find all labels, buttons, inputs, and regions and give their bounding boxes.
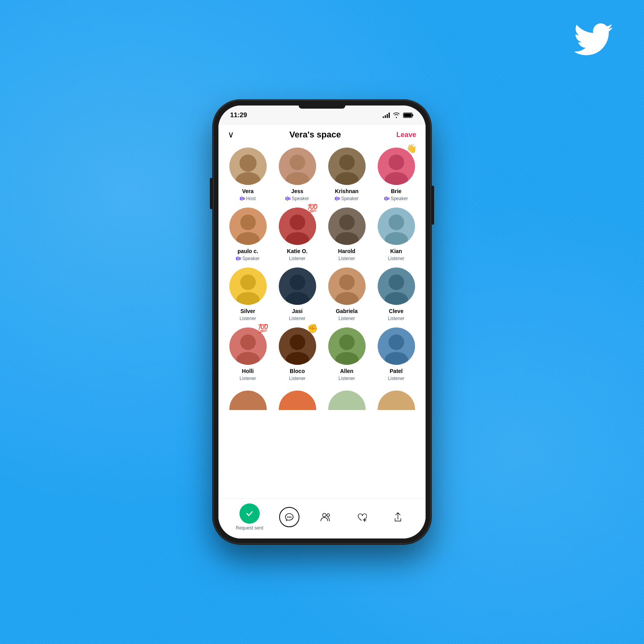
participant-harold[interactable]: Harold Listener	[324, 208, 370, 261]
heart-plus-action[interactable]	[352, 507, 372, 527]
katieo-role: Listener	[289, 256, 306, 261]
status-icons	[383, 113, 414, 118]
avatar-gabriela-wrapper	[328, 267, 366, 305]
participant-allen[interactable]: Allen Listener	[324, 327, 370, 381]
avatar-silver	[229, 267, 267, 305]
svg-point-28	[236, 352, 260, 365]
avatar-vera-wrapper	[229, 148, 267, 185]
krishnan-name: Krishnan	[335, 188, 359, 194]
people-action[interactable]	[315, 507, 336, 527]
brie-speaker-icon	[384, 196, 389, 201]
participant-silver[interactable]: Silver Listener	[225, 267, 271, 321]
avatar-bloco-wrapper: ✊	[279, 327, 316, 365]
svg-point-34	[385, 352, 408, 365]
participant-jess[interactable]: Jess Speaker	[274, 148, 320, 201]
svg-point-11	[240, 215, 256, 230]
silver-role: Listener	[239, 316, 256, 321]
partial-3	[324, 391, 370, 410]
svg-point-27	[240, 334, 256, 350]
avatar-patel	[378, 327, 415, 365]
kian-role: Listener	[388, 256, 405, 261]
cleve-name: Cleve	[389, 308, 403, 314]
jasi-name: Jasi	[292, 308, 303, 314]
spaces-header: ∨ Vera's space Leave	[218, 125, 426, 143]
participant-jasi[interactable]: Jasi Listener	[274, 267, 320, 321]
svg-point-7	[339, 155, 355, 170]
speaker-wave-icon	[240, 196, 245, 201]
people-button[interactable]	[315, 507, 336, 527]
svg-point-9	[389, 155, 404, 170]
holli-role: Listener	[239, 376, 256, 381]
avatar-silver-wrapper	[229, 267, 267, 305]
krishnan-role: Speaker	[335, 196, 359, 201]
vera-name: Vera	[242, 188, 254, 194]
svg-point-21	[290, 274, 305, 290]
avatar-patel-wrapper	[378, 327, 415, 365]
krishnan-speaker-icon	[335, 196, 340, 201]
svg-point-23	[339, 274, 355, 290]
wifi-icon	[393, 113, 400, 118]
participant-krishnan[interactable]: Krishnan Speaker	[324, 148, 370, 201]
participant-katieo[interactable]: 💯 Katie O. Listener	[274, 208, 320, 261]
jess-speaker-icon	[285, 196, 290, 201]
svg-point-29	[290, 334, 305, 350]
checkmark-icon	[245, 509, 254, 518]
svg-point-25	[389, 274, 404, 290]
avatar-kian	[378, 208, 415, 245]
participants-scroll[interactable]: Vera Host	[218, 143, 426, 498]
bottom-action-bar: Request sent	[218, 498, 426, 538]
signal-icon	[383, 113, 390, 118]
collapse-chevron[interactable]: ∨	[228, 130, 234, 140]
svg-point-31	[339, 334, 355, 350]
participant-bloco[interactable]: ✊ Bloco Listener	[274, 327, 320, 381]
participant-patel[interactable]: Patel Listener	[373, 327, 419, 381]
heart-plus-icon	[357, 512, 367, 522]
chat-action[interactable]	[279, 507, 299, 527]
participant-gabriela[interactable]: Gabriela Listener	[324, 267, 370, 321]
jess-name: Jess	[291, 188, 303, 194]
twitter-logo	[574, 23, 613, 55]
patel-name: Patel	[390, 368, 403, 374]
avatar-kian-wrapper	[378, 208, 415, 245]
app-content: ∨ Vera's space Leave Vera	[218, 125, 426, 538]
avatar-allen-wrapper	[328, 327, 366, 365]
share-action[interactable]	[388, 507, 408, 527]
paulo-name: paulo c.	[238, 248, 258, 254]
svg-point-8	[335, 172, 359, 185]
participant-brie[interactable]: 👋 Brie Speaker	[373, 148, 419, 201]
svg-point-39	[327, 514, 330, 517]
participant-paulo[interactable]: paulo c. Speaker	[225, 208, 271, 261]
participant-vera[interactable]: Vera Host	[225, 148, 271, 201]
cleve-role: Listener	[388, 316, 405, 321]
avatar-jess	[279, 148, 316, 185]
svg-point-19	[240, 274, 256, 290]
share-icon	[394, 512, 402, 522]
leave-button[interactable]: Leave	[396, 131, 416, 139]
svg-point-33	[389, 334, 404, 350]
holli-name: Holli	[242, 368, 253, 374]
request-sent-button[interactable]	[239, 503, 260, 524]
avatar-gabriela	[328, 267, 366, 305]
request-sent-action[interactable]: Request sent	[236, 503, 264, 531]
participant-cleve[interactable]: Cleve Listener	[373, 267, 419, 321]
bloco-role: Listener	[289, 376, 306, 381]
svg-rect-1	[412, 114, 413, 116]
space-title: Vera's space	[289, 130, 341, 140]
kian-name: Kian	[390, 248, 402, 254]
svg-point-10	[385, 172, 408, 185]
svg-point-24	[335, 292, 359, 305]
avatar-brie-wrapper: 👋	[378, 148, 415, 185]
chat-icon	[285, 512, 294, 522]
chat-button[interactable]	[279, 507, 299, 527]
participant-kian[interactable]: Kian Listener	[373, 208, 419, 261]
people-icon	[320, 513, 331, 521]
participants-grid: Vera Host	[225, 148, 419, 384]
heart-plus-button[interactable]	[352, 507, 372, 527]
share-button[interactable]	[388, 507, 408, 527]
avatar-harold	[328, 208, 366, 245]
partial-avatar-3	[328, 391, 366, 410]
jasi-role: Listener	[289, 316, 306, 321]
avatar-cleve	[378, 267, 415, 305]
participant-holli[interactable]: 💯 Holli Listener	[225, 327, 271, 381]
status-time: 11:29	[230, 111, 247, 119]
